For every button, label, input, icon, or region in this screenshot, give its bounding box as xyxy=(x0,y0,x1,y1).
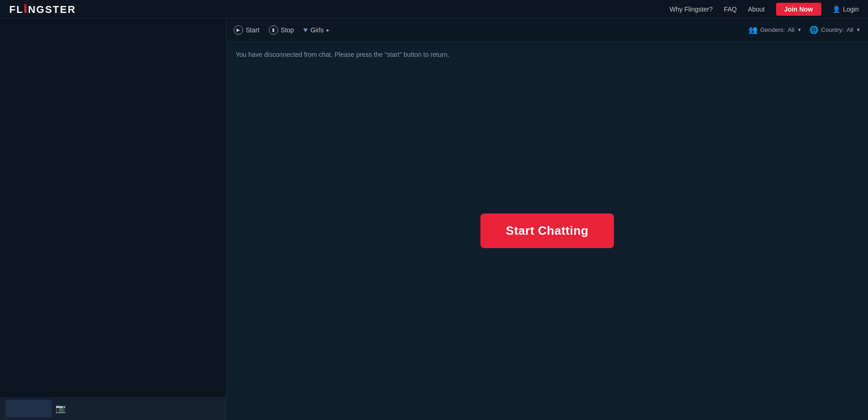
navbar: FLINGSTER Why Flingster? FAQ About Join … xyxy=(0,0,868,18)
toolbar-left: ▶ Start ▮ Stop ♥ Girls ▸ xyxy=(234,25,329,35)
logo-dot: I xyxy=(24,1,28,16)
why-flingster-link[interactable]: Why Flingster? xyxy=(670,6,713,13)
start-icon: ▶ xyxy=(234,25,243,35)
start-label: Start xyxy=(246,26,260,34)
toolbar-right: 👥 Genders: All ▼ 🌐 Country: All ▼ xyxy=(748,25,861,34)
girls-filter[interactable]: ♥ Girls ▸ xyxy=(303,26,329,34)
country-value: All xyxy=(847,26,853,33)
genders-value: All xyxy=(788,26,794,33)
main-container: 📷 ▶ Start ▮ Stop ♥ Girls xyxy=(0,18,868,420)
about-link[interactable]: About xyxy=(748,6,765,13)
genders-icon: 👥 xyxy=(748,25,758,34)
stop-icon: ▮ xyxy=(269,25,278,35)
genders-label: Genders: xyxy=(760,26,785,33)
camera-icon: 📷 xyxy=(55,403,66,414)
chat-toolbar: ▶ Start ▮ Stop ♥ Girls ▸ 👥 xyxy=(226,18,868,42)
faq-link[interactable]: FAQ xyxy=(724,6,737,13)
heart-icon: ♥ xyxy=(303,26,308,34)
camera-preview xyxy=(6,400,52,417)
disconnected-message: You have disconnected from chat. Please … xyxy=(236,51,449,58)
globe-icon: 🌐 xyxy=(809,25,819,34)
stop-label: Stop xyxy=(281,26,294,34)
right-panel: ▶ Start ▮ Stop ♥ Girls ▸ 👥 xyxy=(226,18,868,420)
left-panel: 📷 xyxy=(0,18,226,420)
girls-label: Girls xyxy=(310,26,324,34)
login-button[interactable]: 👤 Login xyxy=(832,6,859,13)
stop-button[interactable]: ▮ Stop xyxy=(269,25,294,35)
genders-filter[interactable]: 👥 Genders: All ▼ xyxy=(748,25,802,34)
country-label: Country: xyxy=(821,26,844,33)
chevron-right-icon: ▸ xyxy=(327,27,329,33)
country-dropdown-arrow: ▼ xyxy=(856,27,861,32)
start-chatting-button[interactable]: Start Chatting xyxy=(480,213,614,248)
genders-dropdown-arrow: ▼ xyxy=(797,27,802,32)
country-filter[interactable]: 🌐 Country: All ▼ xyxy=(809,25,861,34)
logo-text: FLINGSTER xyxy=(9,2,76,16)
join-now-button[interactable]: Join Now xyxy=(776,3,821,16)
navbar-links: Why Flingster? FAQ About Join Now 👤 Logi… xyxy=(670,3,859,16)
user-icon: 👤 xyxy=(832,6,840,13)
local-video-bar: 📷 xyxy=(0,397,226,420)
chat-content: You have disconnected from chat. Please … xyxy=(226,42,868,420)
logo: FLINGSTER xyxy=(9,2,76,16)
start-button[interactable]: ▶ Start xyxy=(234,25,260,35)
login-label: Login xyxy=(843,6,859,13)
